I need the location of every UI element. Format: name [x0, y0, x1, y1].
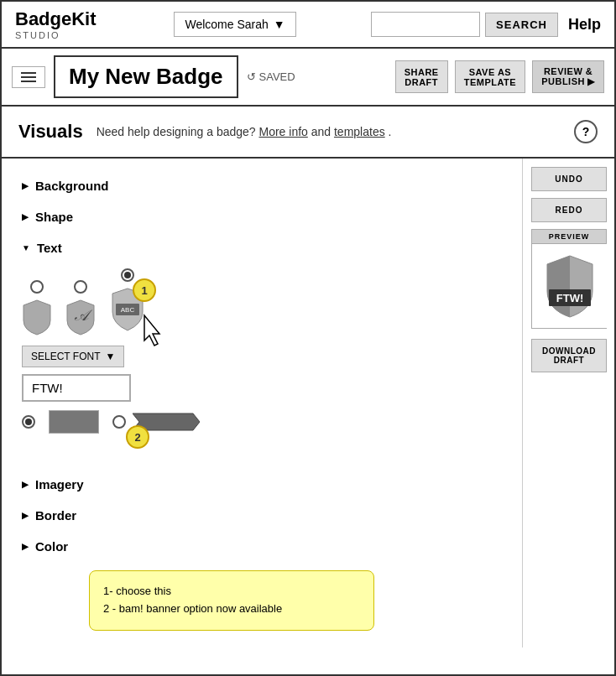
preview-label: PREVIEW	[532, 230, 606, 244]
text-value-input[interactable]	[22, 374, 131, 402]
color-radio-inner	[25, 419, 32, 425]
redo-button[interactable]: REDO	[531, 198, 607, 222]
menu-icon[interactable]	[12, 66, 45, 88]
banner-radio[interactable]	[112, 415, 126, 429]
visuals-help-text: Need help designing a badge? More info a…	[97, 125, 392, 138]
cursor-icon	[138, 312, 171, 352]
help-button[interactable]: Help	[568, 16, 601, 34]
menu-line-1	[21, 72, 36, 74]
save-as-template-button[interactable]: SAVE ASTEMPLATE	[455, 60, 525, 93]
color-swatch-dark[interactable]	[49, 410, 99, 434]
logo-title: BadgeKit	[15, 8, 97, 30]
preview-badge-icon: FTW!	[540, 252, 599, 320]
welcome-dropdown[interactable]: Welcome Sarah ▼	[174, 12, 295, 37]
color-header[interactable]: ▶ Color	[22, 536, 502, 557]
border-section: ▶ Border	[22, 505, 502, 526]
border-header[interactable]: ▶ Border	[22, 505, 502, 526]
color-arrow-icon: ▶	[22, 542, 29, 551]
badge-option-3-visual: ABC 1	[109, 287, 146, 335]
badge-options-row: 𝒜 ABC	[22, 268, 502, 335]
select-font-button[interactable]: SELECT FONT ▼	[22, 346, 124, 367]
main-content: ▶ Background ▶ Shape ▼ Text	[2, 159, 614, 647]
left-panel: ▶ Background ▶ Shape ▼ Text	[2, 159, 522, 647]
toolbar-actions: SHAREDRAFT SAVE ASTEMPLATE REVIEW &PUBLI…	[395, 60, 604, 93]
svg-text:FTW!: FTW!	[556, 292, 583, 304]
review-publish-button[interactable]: REVIEW &PUBLISH ▶	[532, 60, 604, 93]
app-header: BadgeKit STUDIO Welcome Sarah ▼ SEARCH H…	[2, 2, 614, 49]
badge-option-1	[22, 280, 52, 335]
search-input[interactable]	[371, 12, 480, 37]
visuals-title: Visuals	[18, 121, 83, 143]
badge-option-3: ABC 1	[109, 268, 146, 335]
preview-content: FTW!	[532, 244, 608, 328]
share-draft-button[interactable]: SHAREDRAFT	[395, 60, 448, 93]
shield-text-icon: 𝒜	[65, 299, 96, 335]
text-header[interactable]: ▼ Text	[22, 237, 502, 258]
right-panel: UNDO REDO PREVIEW FTW! DOWNLOADDRAFT	[522, 159, 614, 647]
saved-status: ↺ SAVED	[247, 70, 295, 83]
border-arrow-icon: ▶	[22, 511, 29, 520]
background-section: ▶ Background	[22, 175, 502, 196]
badge-title[interactable]: My New Badge	[54, 55, 238, 98]
visuals-header: Visuals Need help designing a badge? Mor…	[2, 107, 614, 159]
menu-line-3	[21, 81, 36, 82]
dropdown-arrow-icon: ▼	[105, 351, 115, 362]
text-label: Text	[37, 241, 62, 255]
tooltip-line-2: 2 - bam! banner option now available	[103, 601, 360, 618]
toolbar: My New Badge ↺ SAVED SHAREDRAFT SAVE AST…	[2, 49, 614, 107]
badge-option-2: 𝒜	[65, 280, 96, 335]
border-label: Border	[35, 508, 76, 523]
number-badge-2: 2	[126, 425, 149, 449]
background-header[interactable]: ▶ Background	[22, 175, 502, 196]
preview-box: PREVIEW FTW!	[531, 229, 607, 329]
logo-subtitle: STUDIO	[15, 30, 60, 40]
background-arrow-icon: ▶	[22, 181, 29, 190]
imagery-label: Imagery	[35, 477, 84, 491]
color-radio-selected[interactable]	[22, 415, 35, 429]
help-circle-button[interactable]: ?	[574, 120, 598, 143]
download-draft-button[interactable]: DOWNLOADDRAFT	[531, 339, 607, 372]
radio-2[interactable]	[74, 280, 87, 294]
text-options: 𝒜 ABC	[22, 268, 502, 434]
shape-section: ▶ Shape	[22, 206, 502, 227]
text-arrow-icon: ▼	[22, 243, 30, 252]
dropdown-arrow-icon: ▼	[274, 18, 285, 31]
tooltip-box: 1- choose this 2 - bam! banner option no…	[89, 570, 374, 631]
tooltip-line-1: 1- choose this	[103, 583, 360, 601]
more-info-link[interactable]: More info	[258, 125, 307, 138]
imagery-section: ▶ Imagery	[22, 474, 502, 495]
templates-link[interactable]: templates	[334, 125, 385, 138]
radio-3-inner	[124, 272, 131, 278]
number-badge-1: 1	[133, 278, 156, 302]
shield-plain-icon	[22, 299, 52, 335]
search-button[interactable]: SEARCH	[485, 13, 558, 37]
search-area: SEARCH	[371, 12, 558, 37]
text-section: ▼ Text	[22, 237, 502, 434]
svg-text:ABC: ABC	[121, 306, 135, 314]
menu-line-2	[21, 76, 36, 78]
imagery-header[interactable]: ▶ Imagery	[22, 474, 502, 495]
radio-3[interactable]	[121, 268, 134, 282]
shape-arrow-icon: ▶	[22, 212, 29, 221]
background-label: Background	[35, 179, 109, 193]
color-options-row: 2	[22, 410, 502, 434]
logo-area: BadgeKit STUDIO	[15, 8, 99, 40]
color-section: ▶ Color	[22, 536, 502, 557]
shape-header[interactable]: ▶ Shape	[22, 206, 502, 227]
banner-option-group: 2	[112, 410, 200, 434]
imagery-arrow-icon: ▶	[22, 480, 29, 489]
font-section: SELECT FONT ▼	[22, 346, 502, 402]
shape-label: Shape	[35, 210, 73, 224]
header-center: Welcome Sarah ▼	[109, 12, 361, 37]
color-label: Color	[35, 539, 68, 554]
refresh-icon: ↺	[247, 70, 256, 83]
radio-1[interactable]	[30, 280, 44, 294]
undo-button[interactable]: UNDO	[531, 167, 607, 191]
